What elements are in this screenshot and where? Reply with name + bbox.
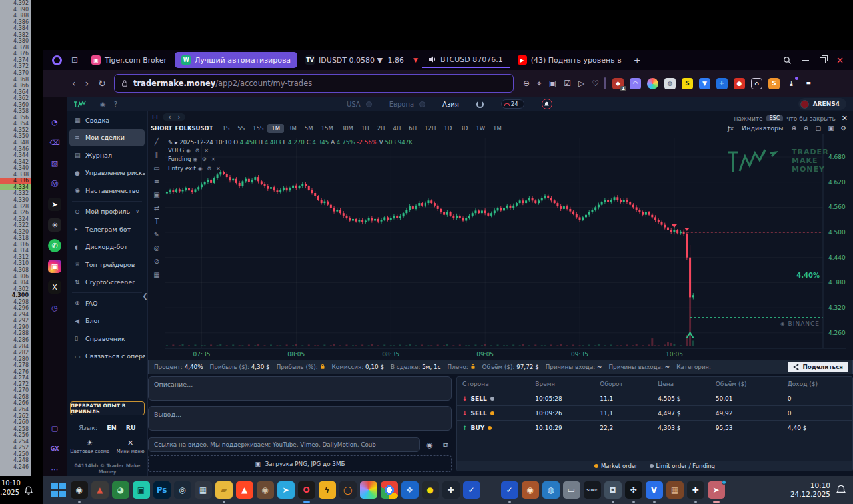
- ext-globe[interactable]: ◍: [664, 78, 676, 89]
- ladder-price[interactable]: 4.380: [0, 38, 31, 45]
- speed-dial-icon[interactable]: ◔: [48, 115, 61, 128]
- ladder-price[interactable]: 4.386: [0, 19, 31, 26]
- shield-check-icon[interactable]: ☑: [564, 79, 571, 88]
- taskbar-orange-ring-app[interactable]: ◯: [339, 481, 357, 499]
- indicators-button[interactable]: Индикаторы: [742, 125, 784, 132]
- new-tab-button[interactable]: +: [634, 55, 641, 65]
- user-chip[interactable]: ARENS4: [798, 98, 846, 110]
- ladder-price[interactable]: 4.256: [0, 432, 31, 439]
- ext-s-yellow[interactable]: S: [682, 78, 693, 89]
- taskbar-notification-icon[interactable]: [836, 485, 846, 495]
- language-ru[interactable]: RU: [126, 424, 136, 431]
- ladder-price[interactable]: 4.364: [0, 89, 31, 96]
- ladder-price[interactable]: 4.302: [0, 286, 31, 293]
- timeframe-1S-0[interactable]: 1S: [218, 124, 233, 133]
- timeframe-1M-3[interactable]: 1M: [267, 124, 284, 133]
- instagram-icon[interactable]: ▣: [48, 260, 61, 273]
- indicator-row-volg[interactable]: VOLG ◉ ⚙ ✕: [168, 146, 413, 155]
- taskbar-chrome[interactable]: [381, 481, 398, 499]
- timeframe-1W-15[interactable]: 1W: [472, 124, 489, 133]
- ladder-price[interactable]: 4.248: [0, 457, 31, 464]
- ladder-price[interactable]: 4.294: [0, 312, 31, 318]
- table-row[interactable]: ↓SELL 10:05:2811,14,505 $50,010: [457, 391, 852, 406]
- list-icon[interactable]: ≡: [154, 178, 159, 185]
- tab-tiger[interactable]: ▣Tiger.com Broker: [85, 52, 173, 68]
- stat-причинывыхода[interactable]: Причины выхода: ~: [608, 364, 670, 370]
- language-en[interactable]: EN: [107, 424, 116, 431]
- ladder-price[interactable]: 4.376: [0, 51, 31, 57]
- ladder-price[interactable]: 4.270: [0, 387, 31, 394]
- ladder-price[interactable]: 4.334: [0, 184, 31, 191]
- ladder-price[interactable]: 4.336: [0, 178, 31, 184]
- ladder-price[interactable]: 4.382: [0, 32, 31, 39]
- timeframe-4H-10[interactable]: 4H: [389, 124, 405, 133]
- tab-btcusd[interactable]: BTCUSD 87076.1: [422, 52, 510, 68]
- start-button[interactable]: [50, 481, 67, 499]
- ladder-price[interactable]: 4.312: [0, 254, 31, 261]
- ladder-price[interactable]: 4.286: [0, 337, 31, 344]
- taskbar-shapes-app[interactable]: ▲: [91, 481, 109, 499]
- reload-button[interactable]: ↻: [98, 78, 106, 89]
- x-icon[interactable]: X: [48, 280, 61, 294]
- help-icon[interactable]: ?: [114, 101, 117, 108]
- taskbar-file-explorer[interactable]: ▰: [215, 481, 233, 499]
- ext-rec-red[interactable]: ●: [734, 78, 745, 89]
- ladder-price[interactable]: 4.262: [0, 413, 31, 420]
- sidebar-item-top-traders[interactable]: ♕Топ трейдеров: [69, 256, 145, 274]
- sidebar-item-profile[interactable]: ⊙Мой профиль∨: [69, 203, 145, 221]
- taskbar-v-blue-2[interactable]: ✓: [501, 481, 518, 499]
- taskbar-cyberduck[interactable]: ●: [422, 481, 439, 499]
- ladder-price[interactable]: 4.338: [0, 172, 31, 178]
- ladder-price[interactable]: 4.314: [0, 248, 31, 254]
- close-chart-icon[interactable]: ✕: [842, 114, 848, 123]
- ladder-price[interactable]: 4.368: [0, 77, 31, 83]
- text-icon[interactable]: T: [155, 218, 159, 225]
- gx-icon[interactable]: GX: [48, 442, 61, 455]
- prev-trade-button[interactable]: ‹: [168, 113, 171, 121]
- ladder-price[interactable]: 4.340: [0, 165, 31, 172]
- ladder-price[interactable]: 4.318: [0, 235, 31, 242]
- sidebar-item-mentoring[interactable]: ◉Наставничество: [69, 182, 145, 200]
- sidebar-item-my-trades[interactable]: ≡Мои сделки: [69, 129, 145, 147]
- taskbar-surf-app[interactable]: SURF: [584, 481, 601, 499]
- address-bar[interactable]: tradermake.money/app2/account/my-trades: [114, 74, 514, 93]
- ladder-price[interactable]: 4.390: [0, 7, 31, 13]
- ladder-price[interactable]: 4.292: [0, 318, 31, 324]
- sidebar-item-cryptoscreener[interactable]: ⇅CryptoScreener: [69, 274, 145, 292]
- taskbar-clock[interactable]: 10:10 24.12.2025: [790, 481, 836, 499]
- taskbar-photoshop[interactable]: Ps: [153, 481, 171, 499]
- whatsapp-icon[interactable]: ✆: [48, 239, 61, 252]
- channel-icon[interactable]: ∥: [155, 151, 159, 158]
- color-scheme-button[interactable]: ☀Цветовая схема: [70, 439, 109, 454]
- ladder-price[interactable]: 4.260: [0, 419, 31, 426]
- timeframe-3D-14[interactable]: 3D: [456, 124, 472, 133]
- ladder-price[interactable]: 4.348: [0, 140, 31, 146]
- workspaces-icon[interactable]: ⊡: [71, 55, 78, 65]
- ladder-price[interactable]: 4.264: [0, 407, 31, 413]
- ext-phantom[interactable]: ◠: [630, 78, 641, 89]
- ladder-price[interactable]: 4.274: [0, 375, 31, 381]
- ladder-price[interactable]: 4.358: [0, 108, 31, 115]
- taskbar-telegram[interactable]: ➤: [277, 481, 295, 499]
- conclusion-textarea[interactable]: [148, 406, 452, 431]
- ladder-price[interactable]: 4.246: [0, 464, 31, 471]
- ladder-price[interactable]: 4.372: [0, 63, 31, 70]
- ladder-price[interactable]: 4.296: [0, 305, 31, 312]
- ladder-price[interactable]: 4.388: [0, 13, 31, 19]
- share-button[interactable]: Поделиться: [788, 362, 848, 372]
- ladder-price[interactable]: 4.356: [0, 115, 31, 121]
- ladder-price[interactable]: 4.320: [0, 229, 31, 236]
- taskbar-v-check-app[interactable]: V: [646, 481, 663, 499]
- tmm-logo[interactable]: [73, 99, 92, 109]
- timeframe-5S-1[interactable]: 5S: [233, 124, 249, 133]
- taskbar-case-app[interactable]: ◘: [604, 481, 622, 499]
- taskbar-telegram-active[interactable]: ➤: [708, 481, 725, 499]
- ladder-price[interactable]: 4.378: [0, 45, 31, 51]
- sidebar-item-faq[interactable]: ⊗FAQ: [69, 294, 145, 312]
- ladder-price[interactable]: 4.326: [0, 210, 31, 216]
- ladder-price[interactable]: 4.254: [0, 439, 31, 445]
- video-open-button[interactable]: ⧉: [440, 439, 452, 451]
- sidebar-item-handbook[interactable]: ▯Справочник: [69, 330, 145, 348]
- heart-icon[interactable]: ♡: [592, 79, 599, 88]
- timeframe-6H-11[interactable]: 6H: [405, 124, 421, 133]
